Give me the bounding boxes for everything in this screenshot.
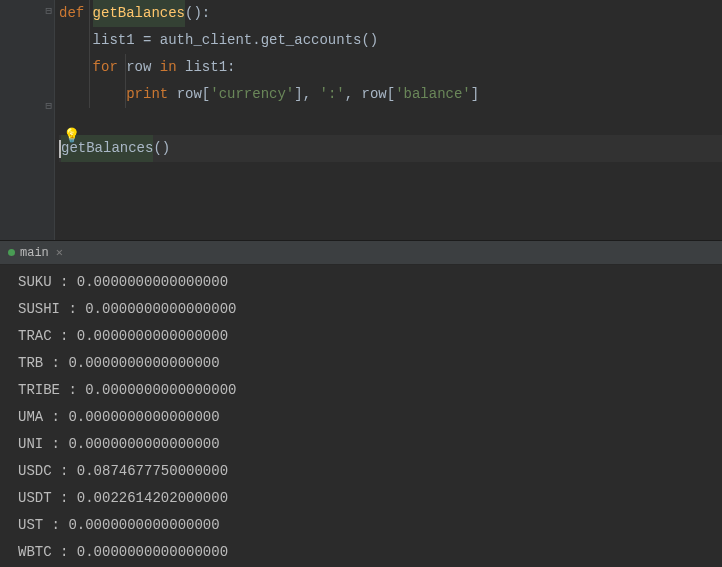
console-line: TRIBE : 0.0000000000000000: [18, 377, 722, 404]
console-line: USDC : 0.0874677750000000: [18, 458, 722, 485]
run-tab-label: main: [20, 246, 49, 260]
console-line: UST : 0.0000000000000000: [18, 512, 722, 539]
editor-pane: ⊟ ⊟ def getBalances(): list1 = auth_clie…: [0, 0, 722, 240]
console-line: USDT : 0.0022614202000000: [18, 485, 722, 512]
console-line: WBTC : 0.0000000000000000: [18, 539, 722, 566]
run-tab-main[interactable]: main ✕: [0, 241, 71, 264]
code-line[interactable]: [59, 162, 722, 189]
run-status-icon: [8, 249, 15, 256]
code-line[interactable]: [59, 108, 722, 135]
code-line[interactable]: list1 = auth_client.get_accounts(): [59, 27, 722, 54]
code-line[interactable]: for row in list1:: [59, 54, 722, 81]
console-line: UMA : 0.0000000000000000: [18, 404, 722, 431]
intention-bulb-icon[interactable]: 💡: [63, 127, 80, 144]
gutter: ⊟ ⊟: [0, 0, 55, 240]
code-line[interactable]: print row['currency'], ':', row['balance…: [59, 81, 722, 108]
console-line: SUKU : 0.0000000000000000: [18, 269, 722, 296]
console-line: UNI : 0.0000000000000000: [18, 431, 722, 458]
console-output[interactable]: SUKU : 0.0000000000000000SUSHI : 0.00000…: [0, 265, 722, 566]
code-line[interactable]: def getBalances():: [59, 0, 722, 27]
console-line: TRB : 0.0000000000000000: [18, 350, 722, 377]
fold-icon[interactable]: ⊟: [45, 4, 52, 17]
console-line: SUSHI : 0.0000000000000000: [18, 296, 722, 323]
run-tab-bar: main ✕: [0, 241, 722, 265]
run-panel: main ✕ SUKU : 0.0000000000000000SUSHI : …: [0, 240, 722, 567]
code-line[interactable]: getBalances(): [59, 135, 722, 162]
fold-icon[interactable]: ⊟: [45, 99, 52, 112]
code-area[interactable]: def getBalances(): list1 = auth_client.g…: [55, 0, 722, 240]
close-icon[interactable]: ✕: [56, 245, 63, 260]
console-line: TRAC : 0.0000000000000000: [18, 323, 722, 350]
